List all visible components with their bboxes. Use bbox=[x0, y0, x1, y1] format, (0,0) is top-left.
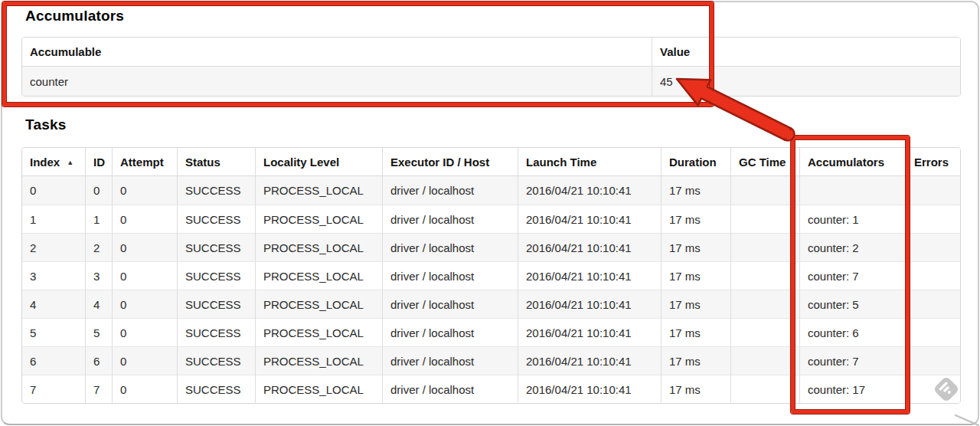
status-cell: SUCCESS bbox=[177, 346, 255, 375]
duration-cell: 17 ms bbox=[661, 261, 730, 290]
attempt-cell: 0 bbox=[112, 205, 177, 233]
tasks-section-title: Tasks bbox=[25, 116, 66, 133]
index-cell: 0 bbox=[22, 176, 85, 205]
column-header-attempt[interactable]: Attempt bbox=[112, 148, 177, 176]
accumulators-section-title: Accumulators bbox=[25, 8, 124, 25]
column-header-accumulators[interactable]: Accumulators bbox=[799, 148, 906, 176]
locality-level-cell: PROCESS_LOCAL bbox=[255, 290, 382, 318]
attempt-cell: 0 bbox=[112, 318, 177, 346]
locality-level-cell: PROCESS_LOCAL bbox=[255, 205, 382, 233]
duration-cell: 17 ms bbox=[661, 346, 730, 375]
status-cell: SUCCESS bbox=[177, 233, 255, 261]
launch-time-cell: 2016/04/21 10:10:41 bbox=[518, 261, 661, 290]
accumulators-header-row: Accumulable Value bbox=[22, 38, 960, 67]
task-row-5: 550SUCCESSPROCESS_LOCALdriver / localhos… bbox=[22, 318, 960, 346]
tasks-header-row: Index▲IDAttemptStatusLocality LevelExecu… bbox=[22, 148, 960, 176]
duration-cell: 17 ms bbox=[661, 375, 730, 403]
column-header-gc-time[interactable]: GC Time bbox=[730, 148, 799, 176]
duration-cell: 17 ms bbox=[661, 233, 730, 261]
task-row-7: 770SUCCESSPROCESS_LOCALdriver / localhos… bbox=[22, 375, 960, 403]
errors-cell bbox=[906, 346, 960, 375]
accumulator-row: counter 45 bbox=[22, 67, 960, 96]
column-header-launch-time[interactable]: Launch Time bbox=[518, 148, 661, 176]
accumulators-cell: counter: 7 bbox=[799, 346, 906, 375]
duration-cell: 17 ms bbox=[661, 318, 730, 346]
id-cell: 6 bbox=[85, 346, 112, 375]
gc-time-cell bbox=[730, 318, 799, 346]
accumulators-cell: counter: 17 bbox=[799, 375, 906, 403]
index-cell: 2 bbox=[22, 233, 85, 261]
errors-cell bbox=[906, 261, 960, 290]
tasks-table: Index▲IDAttemptStatusLocality LevelExecu… bbox=[21, 147, 961, 404]
column-header-duration[interactable]: Duration bbox=[661, 148, 730, 176]
id-cell: 2 bbox=[85, 233, 112, 261]
accumulators-cell: counter: 7 bbox=[799, 261, 906, 290]
launch-time-cell: 2016/04/21 10:10:41 bbox=[518, 318, 661, 346]
index-cell: 7 bbox=[22, 375, 85, 403]
column-header-accumulable[interactable]: Accumulable bbox=[22, 38, 652, 67]
column-header-errors[interactable]: Errors bbox=[906, 148, 960, 176]
index-cell: 1 bbox=[22, 205, 85, 233]
executor-id-host-cell: driver / localhost bbox=[382, 375, 518, 403]
launch-time-cell: 2016/04/21 10:10:41 bbox=[518, 205, 661, 233]
errors-cell bbox=[906, 233, 960, 261]
duration-cell: 17 ms bbox=[661, 176, 730, 205]
launch-time-cell: 2016/04/21 10:10:41 bbox=[518, 375, 661, 403]
gc-time-cell bbox=[730, 375, 799, 403]
id-cell: 5 bbox=[85, 318, 112, 346]
index-cell: 5 bbox=[22, 318, 85, 346]
gc-time-cell bbox=[730, 290, 799, 318]
column-header-locality-level[interactable]: Locality Level bbox=[255, 148, 382, 176]
task-row-1: 110SUCCESSPROCESS_LOCALdriver / localhos… bbox=[22, 205, 960, 233]
column-header-id[interactable]: ID bbox=[85, 148, 112, 176]
status-cell: SUCCESS bbox=[177, 261, 255, 290]
errors-cell bbox=[906, 176, 960, 205]
task-row-3: 330SUCCESSPROCESS_LOCALdriver / localhos… bbox=[22, 261, 960, 290]
gc-time-cell bbox=[730, 233, 799, 261]
launch-time-cell: 2016/04/21 10:10:41 bbox=[518, 290, 661, 318]
gc-time-cell bbox=[730, 205, 799, 233]
attempt-cell: 0 bbox=[112, 176, 177, 205]
gc-time-cell bbox=[730, 261, 799, 290]
accumulators-table: Accumulable Value counter 45 bbox=[21, 37, 961, 97]
column-header-status[interactable]: Status bbox=[177, 148, 255, 176]
status-cell: SUCCESS bbox=[177, 290, 255, 318]
task-row-2: 220SUCCESSPROCESS_LOCALdriver / localhos… bbox=[22, 233, 960, 261]
locality-level-cell: PROCESS_LOCAL bbox=[255, 375, 382, 403]
sort-ascending-icon: ▲ bbox=[67, 159, 74, 166]
task-row-0: 000SUCCESSPROCESS_LOCALdriver / localhos… bbox=[22, 176, 960, 205]
attempt-cell: 0 bbox=[112, 233, 177, 261]
accumulators-cell: counter: 1 bbox=[799, 205, 906, 233]
attempt-cell: 0 bbox=[112, 290, 177, 318]
status-cell: SUCCESS bbox=[177, 176, 255, 205]
id-cell: 7 bbox=[85, 375, 112, 403]
index-cell: 4 bbox=[22, 290, 85, 318]
executor-id-host-cell: driver / localhost bbox=[382, 346, 518, 375]
id-cell: 3 bbox=[85, 261, 112, 290]
executor-id-host-cell: driver / localhost bbox=[382, 176, 518, 205]
column-header-index[interactable]: Index▲ bbox=[22, 148, 85, 176]
gc-time-cell bbox=[730, 346, 799, 375]
column-header-value[interactable]: Value bbox=[652, 38, 960, 67]
attempt-cell: 0 bbox=[112, 346, 177, 375]
errors-cell bbox=[906, 290, 960, 318]
task-row-6: 660SUCCESSPROCESS_LOCALdriver / localhos… bbox=[22, 346, 960, 375]
executor-id-host-cell: driver / localhost bbox=[382, 233, 518, 261]
accumulable-value-cell: 45 bbox=[652, 67, 960, 96]
errors-cell bbox=[906, 318, 960, 346]
errors-cell bbox=[906, 205, 960, 233]
gc-time-cell bbox=[730, 176, 799, 205]
accumulators-cell: counter: 2 bbox=[799, 233, 906, 261]
index-cell: 3 bbox=[22, 261, 85, 290]
index-cell: 6 bbox=[22, 346, 85, 375]
id-cell: 0 bbox=[85, 176, 112, 205]
accumulators-cell: counter: 5 bbox=[799, 290, 906, 318]
accumulable-name-cell: counter bbox=[22, 67, 652, 96]
errors-cell bbox=[906, 375, 960, 403]
column-header-executor-id-host[interactable]: Executor ID / Host bbox=[382, 148, 518, 176]
id-cell: 1 bbox=[85, 205, 112, 233]
duration-cell: 17 ms bbox=[661, 290, 730, 318]
locality-level-cell: PROCESS_LOCAL bbox=[255, 346, 382, 375]
locality-level-cell: PROCESS_LOCAL bbox=[255, 261, 382, 290]
attempt-cell: 0 bbox=[112, 261, 177, 290]
